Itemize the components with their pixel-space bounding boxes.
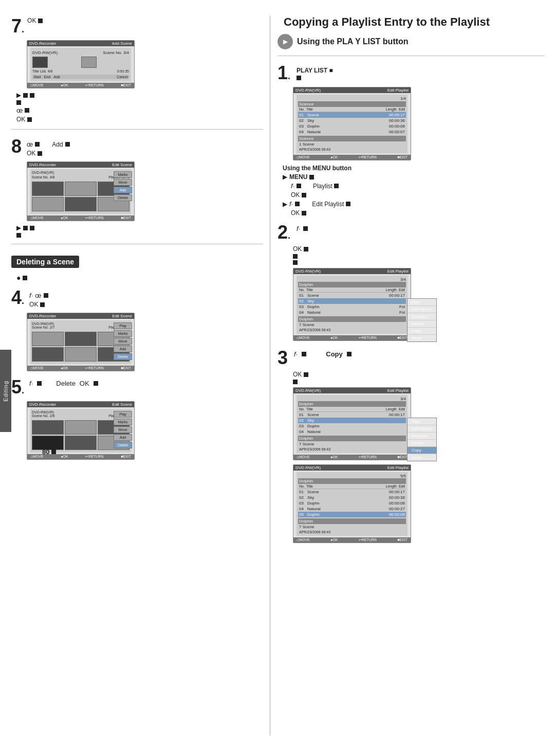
step-7-block: 7. OK DVD-Recorder Add Scene DVD-RW(VR) … [11, 15, 263, 123]
ctx-move[interactable]: Move [408, 335, 436, 341]
step4-sidebar-btns: Play Marks Move Add Delete [114, 322, 132, 360]
step-r2-screen-body: 3/4 Dolphin No. Title Length Edit 01 Sce… [297, 276, 408, 334]
step-5-block: 5. f· Delete OK DVD-Recorder Edit Scene … [11, 376, 263, 460]
step7-info-row: Title List: 4/6 0:00:35 [32, 69, 129, 74]
column-divider [270, 15, 270, 735]
step-r3-block: 3 f· Copy OK DVD-RW(VR) Edit Playlist [278, 347, 545, 543]
s4-btn-marks[interactable]: Marks [114, 330, 132, 337]
step7-screen-body: DVD-RW(VR) Scene No. 3/4 Title List: 4/6… [30, 48, 131, 81]
step-r2-entry2: 02 Sky Play Edit Scene Rename Delete Cop… [298, 298, 406, 304]
s5-btn-add[interactable]: Add [114, 434, 132, 441]
step-r1-group2: Science [298, 136, 406, 141]
ctx-delete[interactable]: Delete [408, 320, 436, 328]
btn-marks[interactable]: Marks [114, 171, 132, 178]
step8-screen-body: DVD-RW(VR) Scene No. 4/8 Playlist No. 3 … [30, 169, 131, 214]
ctx2-edit-scene[interactable]: Edit Scene [408, 425, 436, 433]
ctx2-delete[interactable]: Delete [408, 440, 436, 447]
step-r3-s2-col-hdr: No. Title Length Edit [298, 484, 406, 489]
btn-delete[interactable]: Delete [114, 194, 132, 201]
btn-move[interactable]: Move [114, 179, 132, 186]
s5-btn-delete[interactable]: Delete [114, 442, 132, 448]
step-r2-page: 3/4 [298, 277, 406, 282]
step7-screen: DVD-Recorder Add Scene DVD-RW(VR) Scene … [27, 40, 135, 88]
step-r1-entry1: 01 Scene 00:00:17 [298, 112, 406, 118]
s4-btn-move[interactable]: Move [114, 338, 132, 345]
step-r3-header: 3 f· Copy [278, 347, 545, 369]
step-r1-block: 1. PLAY LIST ■ DVD-RW(VR) Edit Playlist … [278, 62, 545, 217]
step5-body: DVD-RW(VR) Scene No. 2/8 Playlist No. 3 … [30, 409, 131, 453]
ctx2-copy[interactable]: Copy [408, 447, 436, 454]
step7-thumb1 [32, 57, 48, 68]
step-r2-number: 2. [278, 222, 290, 243]
ctx2-move[interactable]: Move [408, 454, 436, 461]
section-title: Copying a Playlist Entry to the Playlist [278, 15, 545, 29]
ctx-edit-scene[interactable]: Edit Scene [408, 306, 436, 313]
step-r1-col-hdr: No. Title Length Edit [298, 107, 406, 112]
using-menu-block: Using the MENU button ▶ MENU f· Playlist… [283, 165, 545, 217]
step7-instr4: OK [16, 116, 263, 123]
menu-ok2: OK [291, 209, 545, 217]
left-column: 7. OK DVD-Recorder Add Scene DVD-RW(VR) … [11, 15, 263, 465]
step5-header-bar: DVD-Recorder Edit Scene [27, 402, 134, 407]
s4-t2 [65, 332, 97, 346]
s4-btn-play[interactable]: Play [114, 322, 132, 329]
using-menu-label: Using the MENU button [283, 165, 545, 172]
step-r1-footer: ◇MOVE ●OK ↩RETURN ■EXIT [293, 155, 411, 160]
step8-instructions: ▶ [16, 224, 263, 238]
ctx-rename[interactable]: Rename [408, 313, 436, 320]
s4-btn-delete[interactable]: Delete [114, 353, 132, 360]
step-r3-s2-e2: 02 Sky 00:00:36 [298, 495, 406, 500]
step-r3-screen1: DVD-RW(VR) Edit Playlist 3/4 Dolphin No.… [293, 387, 411, 460]
right-column: Copying a Playlist Entry to the Playlist… [278, 15, 545, 548]
s4-t5 [65, 347, 97, 362]
menu-ok: OK [291, 191, 545, 199]
step-r3-s2-date: APR/23/2006 06:43 [298, 530, 406, 534]
step-r3-s1-7scene: 7 Scene [298, 441, 406, 447]
step-r3-s2-e4: 04 Natural 00:00:27 [298, 506, 406, 512]
step-r3-screen2-body: 5/5 Dolphin No. Title Length Edit 01 Sce… [297, 472, 408, 536]
step-r3-s2-group2: Dolphin [298, 518, 406, 524]
deleting-scene-block: Deleting a Scene ● [11, 250, 263, 282]
s4-btn-add[interactable]: Add [114, 346, 132, 352]
step-r3-s2-footer: ◇MOVE ●OK ↩RETURN ■EXIT [293, 537, 411, 543]
s5-btn-play[interactable]: Play [114, 411, 132, 418]
s5-t5 [65, 436, 97, 450]
ctx-play[interactable]: Play [408, 299, 436, 306]
step8-instr2 [16, 233, 263, 238]
playlist-icon: ▶ [278, 34, 293, 49]
editing-label: Editing [3, 381, 9, 402]
step-r1-screen: DVD-RW(VR) Edit Playlist 1/4 Science No.… [293, 87, 411, 160]
step-r3-s1-group2: Dolphin [298, 436, 406, 441]
btn-add[interactable]: Add [114, 187, 132, 193]
step-4-block: 4. f· œ OK DVD-Recorder Edit Scene [11, 287, 263, 371]
ctx2-play[interactable]: Play [408, 418, 436, 425]
step8-ok-label: OK [27, 150, 70, 157]
step4-ok: OK [29, 301, 48, 308]
step-r1-dot [297, 76, 333, 80]
del-bullet: ● [16, 274, 263, 282]
ctx2-rename[interactable]: Rename [408, 433, 436, 440]
step4-screen: DVD-Recorder Edit Scene DVD-RW(VR) Scene… [27, 313, 135, 371]
ctx-copy[interactable]: Copy [408, 328, 436, 335]
s5-t2 [65, 420, 97, 435]
step-r2-screen-header: DVD-RW(VR) Edit Playlist [293, 268, 411, 274]
editing-tab: Editing [0, 350, 11, 432]
step-r3-s2-page: 5/5 [298, 474, 406, 478]
using-playlist-btn: ▶ Using the PLA Y LIST button [278, 34, 545, 49]
step-r1-header: 1. PLAY LIST ■ [278, 62, 545, 84]
step-8-number: 8 [11, 136, 22, 157]
step-r2-entry1: 01 Scene 00:00:17 [298, 293, 406, 298]
s5-btn-marks[interactable]: Marks [114, 419, 132, 425]
step-r3-s1-e3: 03 Dophn [298, 423, 406, 429]
s5-btn-move[interactable]: Move [114, 426, 132, 433]
step4-body: DVD-RW(VR) Scene No. 2/7 Playlist No. 3 … [30, 320, 131, 364]
step-7-header: 7. OK [11, 15, 263, 37]
step-r2-screen: DVD-RW(VR) Edit Playlist 3/4 Dolphin No.… [293, 268, 411, 341]
step-r2-group1: Dolphin [298, 282, 406, 287]
step-r2-ok: OK [293, 245, 545, 265]
step-r1-number: 1. [278, 62, 290, 84]
step7-nav-row: Start End Add Cancel [32, 75, 129, 79]
step-r1-date: APR/23/2006 06:43 [298, 147, 406, 152]
context-menu: Play Edit Scene Rename Delete Copy Move [407, 298, 437, 342]
using-playlist-label: Using the PLA Y LIST button [297, 37, 409, 46]
